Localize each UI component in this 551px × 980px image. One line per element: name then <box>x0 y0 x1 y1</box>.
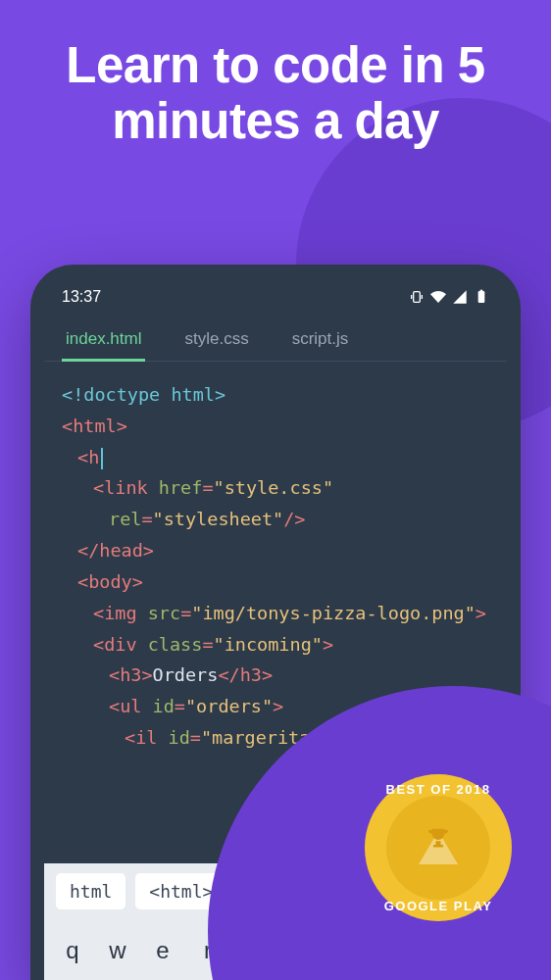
code-line-typing: <h <box>77 447 99 467</box>
code-token: </h3> <box>218 664 273 685</box>
badge-text-top: BEST OF 2018 <box>365 782 512 797</box>
code-token: id <box>169 727 190 748</box>
trophy-icon <box>424 825 453 855</box>
svg-rect-1 <box>478 291 485 303</box>
key-e[interactable]: e <box>145 927 180 974</box>
code-token: = <box>202 477 213 498</box>
signal-icon <box>452 289 468 305</box>
award-badge: BEST OF 2018 GOOGLE PLAY <box>365 774 512 921</box>
code-token: Orders <box>153 664 219 685</box>
code-token: = <box>190 727 201 748</box>
code-token: <ul <box>109 696 153 716</box>
code-token: id <box>153 696 175 716</box>
badge-text-bottom: GOOGLE PLAY <box>365 899 512 913</box>
code-token: > <box>273 696 283 716</box>
code-token: <link <box>93 477 159 498</box>
code-token: <h3> <box>109 664 153 685</box>
tab-index-html[interactable]: index.html <box>44 319 163 361</box>
status-icons <box>409 289 489 305</box>
code-token: rel <box>109 509 141 529</box>
code-token: <img <box>93 603 148 623</box>
code-token: src <box>148 603 180 623</box>
code-token: = <box>141 509 152 529</box>
code-token: class <box>148 634 203 655</box>
code-token: "orders" <box>185 696 273 716</box>
code-token: = <box>175 696 185 716</box>
headline-text: Learn to code in 5 minutes a day <box>0 0 551 149</box>
editor-tabs: index.html style.css script.js <box>44 312 507 362</box>
battery-icon <box>474 289 489 305</box>
code-token: = <box>202 634 213 655</box>
key-w[interactable]: w <box>100 927 135 974</box>
code-token: <il <box>125 727 169 748</box>
code-token: </head> <box>77 540 154 561</box>
code-line: <html> <box>62 416 127 436</box>
tab-style-css[interactable]: style.css <box>163 319 270 361</box>
code-token: "img/tonys-pizza-logo.png" <box>191 603 476 623</box>
svg-rect-2 <box>480 290 483 291</box>
status-bar: 13:37 <box>44 278 507 312</box>
status-time: 13:37 <box>62 288 101 306</box>
code-token: "stylesheet" <box>153 509 284 529</box>
code-token: /> <box>283 509 305 529</box>
code-token: "style.css" <box>214 477 334 498</box>
key-q[interactable]: q <box>55 927 90 974</box>
code-token: > <box>476 603 486 623</box>
vibrate-icon <box>409 289 425 305</box>
suggestion-item[interactable]: html <box>56 873 125 909</box>
wifi-icon <box>430 289 446 305</box>
code-token: = <box>180 603 191 623</box>
code-token: > <box>323 634 333 655</box>
svg-rect-0 <box>414 292 421 303</box>
code-token: "incoming" <box>214 634 323 655</box>
code-token: href <box>159 477 203 498</box>
code-token: <div <box>93 634 148 655</box>
code-token: <body> <box>77 571 143 592</box>
text-cursor <box>101 448 103 469</box>
tab-script-js[interactable]: script.js <box>271 319 371 361</box>
code-line: <!doctype html> <box>62 384 225 405</box>
